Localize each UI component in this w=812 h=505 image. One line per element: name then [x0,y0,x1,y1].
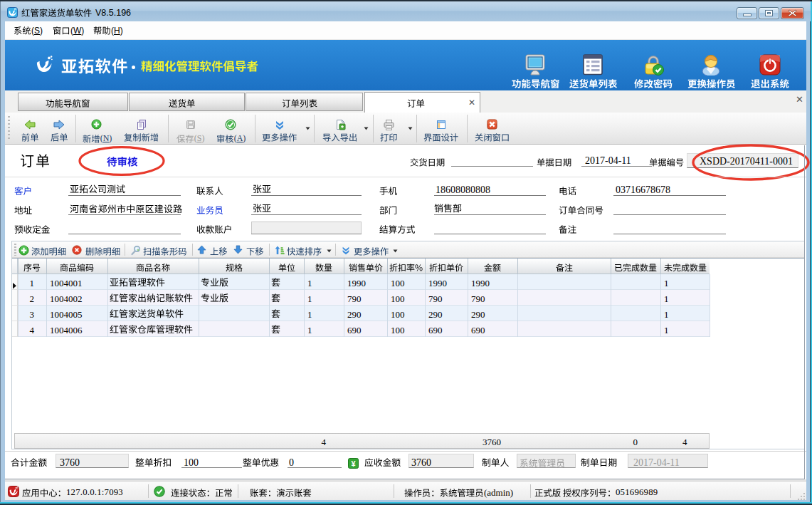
svg-text:¥: ¥ [351,459,356,468]
